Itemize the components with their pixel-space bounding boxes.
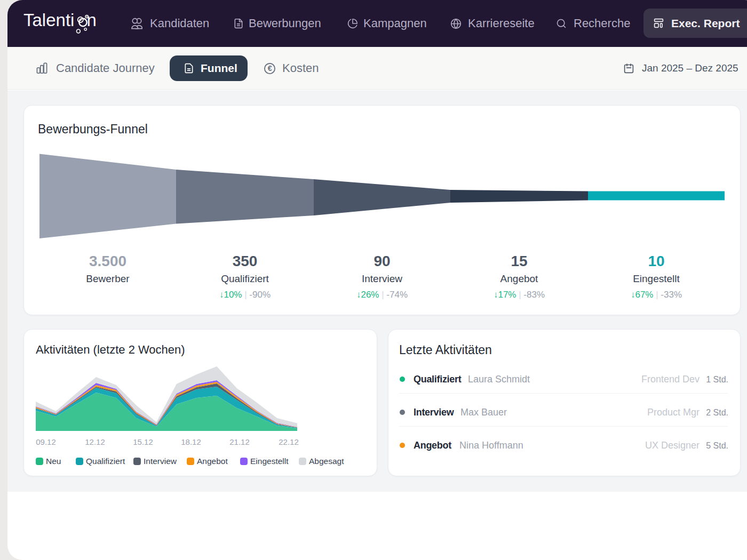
svg-text:€: € [268, 64, 272, 73]
